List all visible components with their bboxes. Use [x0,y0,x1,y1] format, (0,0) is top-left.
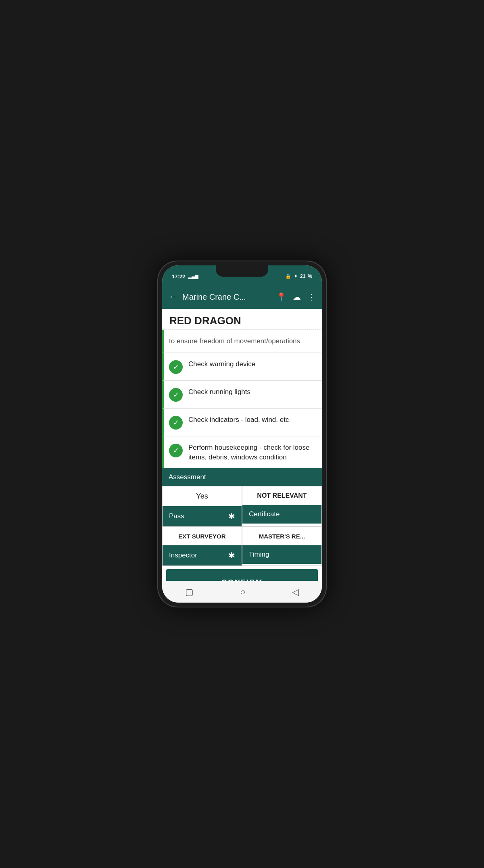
assess-cell-ext-surveyor[interactable]: EXT SURVEYOR Inspector ✱ [162,527,242,566]
page-header: RED DRAGON [162,309,322,330]
timing-text: Timing [249,551,269,559]
page-title-bar: Marine Crane C... [182,292,271,302]
check-label-3: Check indicators - load, wind, etc [188,415,289,425]
top-bar-icons: 📍 ☁ ⋮ [276,292,315,302]
inspector-asterisk: ✱ [228,551,235,560]
assess-cell-not-relevant[interactable]: NOT RELEVANT Certificate [242,486,322,527]
check-label-1: Check warning device [188,359,255,369]
cloud-icon[interactable]: ☁ [293,292,301,302]
back-button[interactable]: ← [169,292,177,302]
list-item[interactable]: ✓ Check warning device [162,353,322,381]
inspector-text: Inspector [169,551,197,559]
assessment-header: Assessment [162,468,322,486]
battery-icon: % [308,273,312,279]
list-item[interactable]: ✓ Check indicators - load, wind, etc [162,409,322,436]
check-label-2: Check running lights [188,387,250,397]
assess-cell-yes[interactable]: Yes Pass ✱ [162,486,242,527]
list-item: to ensure freedom of movement/operations [162,330,322,353]
battery-display: 21 [300,273,305,279]
assess-pass-label[interactable]: Pass ✱ [163,506,242,526]
confirm-button[interactable]: CONFIRM [166,569,318,581]
assess-yes-label: Yes [163,486,242,506]
check-icon-1: ✓ [169,360,183,374]
status-icons: 🔒 ✦ 21 % [285,273,312,279]
location-icon[interactable]: 📍 [276,292,286,302]
nav-back-button[interactable]: ◁ [292,587,299,597]
assess-cell-masters[interactable]: MASTER'S RE... Timing [242,527,322,566]
list-item[interactable]: ✓ Perform housekeeping - check for loose… [162,436,322,469]
assess-ext-surveyor-label: EXT SURVEYOR [163,527,242,545]
bluetooth-icon: ✦ [294,273,298,279]
assess-certificate-label[interactable]: Certificate [242,505,321,524]
vessel-title: RED DRAGON [169,315,315,327]
status-time: 17:22 ▂▄▆ [172,273,198,280]
time-display: 17:22 [172,273,185,280]
list-item[interactable]: ✓ Check running lights [162,381,322,409]
assess-inspector-label[interactable]: Inspector ✱ [163,545,242,565]
pass-asterisk: ✱ [228,511,235,521]
assess-not-relevant-label: NOT RELEVANT [242,486,321,505]
assessment-grid: Yes Pass ✱ NOT RELEVANT Certificate EXT … [162,486,322,566]
nav-square-button[interactable]: ▢ [185,587,194,597]
lock-icon: 🔒 [285,273,291,279]
intro-text: to ensure freedom of movement/operations [169,336,300,346]
assess-timing-label[interactable]: Timing [242,545,321,564]
check-icon-2: ✓ [169,388,183,402]
more-menu-icon[interactable]: ⋮ [307,292,315,302]
check-icon-4: ✓ [169,444,183,457]
top-bar: ← Marine Crane C... 📍 ☁ ⋮ [162,285,322,309]
certificate-text: Certificate [249,510,280,518]
checklist: to ensure freedom of movement/operations… [162,330,322,468]
check-icon-3: ✓ [169,416,183,430]
bottom-nav: ▢ ○ ◁ [162,581,322,603]
assessment-title: Assessment [169,473,206,481]
main-content: RED DRAGON to ensure freedom of movement… [162,309,322,581]
check-label-4: Perform housekeeping - check for loose i… [188,443,315,462]
signal-icon: ▂▄▆ [188,274,198,279]
nav-home-button[interactable]: ○ [240,587,245,597]
assess-masters-label: MASTER'S RE... [242,527,321,545]
pass-text: Pass [169,512,184,520]
